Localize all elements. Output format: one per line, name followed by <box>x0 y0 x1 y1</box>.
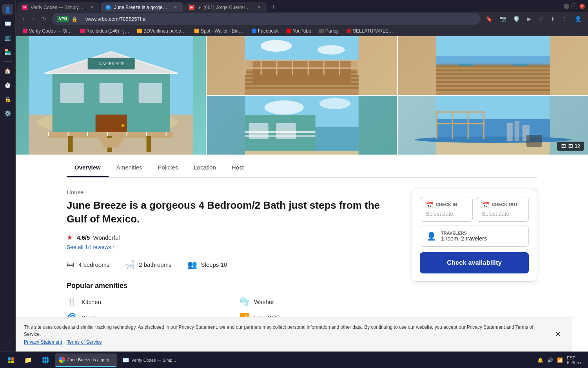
tab-close-1[interactable]: ✕ <box>89 4 95 11</box>
taskbar-item-edge[interactable]: 🌐 <box>38 353 53 367</box>
checkin-field[interactable]: 📅 Check-in Select date <box>420 197 473 222</box>
refresh-button[interactable]: ↻ <box>40 14 49 24</box>
photo-thumb-3[interactable] <box>207 96 397 155</box>
sidebar-icon-apps[interactable]: 🏪 <box>2 46 13 57</box>
checkout-field[interactable]: 📅 Check-out Select date <box>476 197 529 222</box>
bookmark-action[interactable]: 🔖 <box>484 15 494 23</box>
tab-close-2[interactable]: ✕ <box>172 4 179 11</box>
window-close[interactable]: ✕ <box>579 4 585 9</box>
bookmark-sellatuparley[interactable]: SELLATUPARLEY - B... <box>343 27 399 35</box>
taskbar-item-verify[interactable]: ✉️ Verify Codes — Simp... <box>118 353 180 367</box>
browser-main: M Verify Codes — SimplyCod... ✕ V June B… <box>16 0 588 352</box>
washer-icon: 🫧 <box>239 297 249 306</box>
photo-count-badge[interactable]: 🖼 🖼 32 <box>557 142 584 151</box>
tab-close-3[interactable]: ✕ <box>256 4 262 11</box>
svg-rect-3 <box>11 361 14 363</box>
sidebar-icon-twitch[interactable]: 📺 <box>2 32 13 43</box>
photo-thumb-2[interactable] <box>398 36 588 95</box>
svg-rect-83 <box>514 121 519 141</box>
photo-thumb-4[interactable]: 🖼 🖼 32 <box>398 96 588 155</box>
calendar-out-icon: 📅 <box>482 201 490 209</box>
svg-rect-28 <box>103 144 119 148</box>
play-action[interactable]: ▶ <box>525 15 533 23</box>
bookmarks-bar: Verify Codes — Sim... Recibidos (146) - … <box>16 26 588 36</box>
taskbar-volume[interactable]: 🔊 <box>547 357 553 363</box>
bookmark-recibidos[interactable]: Recibidos (146) - je... <box>77 27 132 35</box>
window-maximize[interactable]: □ <box>572 4 577 9</box>
booking-card: 📅 Check-in Select date 📅 Check-out <box>412 189 537 282</box>
shield-action[interactable]: 🛡️ <box>511 15 522 23</box>
heart-action[interactable]: ♡ <box>536 15 545 23</box>
svg-rect-26 <box>100 138 123 141</box>
tab-june-breeze[interactable]: V June Breeze is a gorgeous... ✕ <box>101 2 183 12</box>
svg-rect-82 <box>506 123 512 141</box>
reviews-link[interactable]: See all 14 reviews › <box>67 244 396 250</box>
sidebar-icon-mail[interactable]: ✉️ <box>2 18 13 29</box>
tab-amenities[interactable]: Amenities <box>109 158 150 177</box>
terms-of-service-link[interactable]: Terms of Service <box>67 339 102 345</box>
taskbar-system-tray: 🔔 🔊 📶 ESP 6:29 a.m. <box>537 355 585 365</box>
screenshot-action[interactable]: 📷 <box>497 15 508 23</box>
svg-rect-10 <box>60 83 84 103</box>
svg-rect-90 <box>436 123 485 124</box>
svg-rect-47 <box>245 60 359 61</box>
start-button[interactable] <box>3 353 19 367</box>
privacy-statement-link[interactable]: Privacy Statement <box>24 339 62 345</box>
svg-rect-57 <box>436 77 550 79</box>
bookmark-verify[interactable]: Verify Codes — Sim... <box>20 27 75 35</box>
kitchen-icon: 🍴 <box>67 297 77 306</box>
bookmark-facebook[interactable]: Facebook <box>249 27 282 35</box>
svg-rect-25 <box>147 136 151 152</box>
vpn-badge[interactable]: VPN <box>57 16 69 22</box>
lock-icon: 🔒 <box>71 16 78 22</box>
menu-action[interactable]: ⋮ <box>560 15 570 23</box>
svg-rect-34 <box>245 71 359 73</box>
photo-thumb-1[interactable] <box>207 36 397 95</box>
svg-text:JUNE BREEZE: JUNE BREEZE <box>98 62 125 66</box>
rating-row: ★ 4.6/5 Wonderful <box>67 233 396 242</box>
tab-location[interactable]: Location <box>186 158 224 177</box>
tab-policies[interactable]: Policies <box>150 158 186 177</box>
window-minimize[interactable]: ─ <box>564 4 569 9</box>
tab-overview[interactable]: Overview <box>67 158 109 177</box>
taskbar-item-file-explorer[interactable]: 📁 <box>20 353 36 367</box>
taskbar-network[interactable]: 📶 <box>557 357 563 363</box>
taskbar-notifications[interactable]: 🔔 <box>537 357 543 363</box>
bookmark-bdvenlinea[interactable]: BDVenlinea personas <box>134 27 190 35</box>
taskbar-verify-label: Verify Codes — Simp... <box>131 358 176 363</box>
bookmark-parley[interactable]: Parley <box>316 27 342 35</box>
sidebar-icon-more[interactable]: ⋯ <box>2 337 13 348</box>
check-availability-button[interactable]: Check availability <box>420 252 529 273</box>
svg-rect-54 <box>436 66 550 67</box>
taskbar: 📁 🌐 June Breeze is a gorg... ✉️ Verify C… <box>0 352 588 368</box>
date-row: 📅 Check-in Select date 📅 Check-out <box>420 197 529 222</box>
forward-button[interactable]: › <box>30 14 37 24</box>
back-button[interactable]: ‹ <box>20 14 27 24</box>
download-action[interactable]: ⬇ <box>548 15 557 23</box>
new-tab-button[interactable]: + <box>268 2 279 12</box>
svg-rect-66 <box>436 56 550 66</box>
browser-container: 👤 ✉️ 📺 🏪 🏠 ⏱️ 🔒 ⚙️ ⋯ M Verify Codes — Si… <box>0 0 588 352</box>
chevron-right-icon: › <box>113 244 114 250</box>
taskbar-item-chrome[interactable]: June Breeze is a gorg... <box>55 353 117 367</box>
tab-youtube[interactable]: ▶ ⏵ (661) Jorge Guerrero -... ✕ <box>184 2 267 12</box>
tab-host[interactable]: Host <box>224 158 252 177</box>
svg-point-69 <box>265 100 304 115</box>
profile-action[interactable]: 👤 <box>573 15 583 23</box>
cookie-close-button[interactable]: ✕ <box>552 328 564 340</box>
svg-rect-74 <box>245 131 316 133</box>
sidebar-icon-home[interactable]: 🏠 <box>2 66 13 77</box>
tab-verify-codes[interactable]: M Verify Codes — SimplyCod... ✕ <box>17 2 100 12</box>
browser-sidebar: 👤 ✉️ 📺 🏪 🏠 ⏱️ 🔒 ⚙️ ⋯ <box>0 0 16 352</box>
address-input[interactable] <box>80 13 476 25</box>
browser-chrome: M Verify Codes — SimplyCod... ✕ V June B… <box>16 0 588 36</box>
travelers-field[interactable]: 👤 Travelers 1 room, 2 travelers <box>420 226 529 247</box>
sidebar-icon-settings[interactable]: ⚙️ <box>2 108 13 119</box>
bookmark-spot[interactable]: Spot - Wallet - Bina... <box>191 27 247 35</box>
sidebar-icon-timer[interactable]: ⏱️ <box>2 80 13 91</box>
bookmark-youtube[interactable]: YouTube <box>283 27 314 35</box>
photo-main[interactable]: JUNE BREEZE <box>16 36 206 155</box>
sidebar-icon-lock[interactable]: 🔒 <box>2 94 13 105</box>
sidebar-icon-profile[interactable]: 👤 <box>2 4 13 15</box>
sleeps-feature: 👥 Sleeps 10 <box>187 260 227 269</box>
